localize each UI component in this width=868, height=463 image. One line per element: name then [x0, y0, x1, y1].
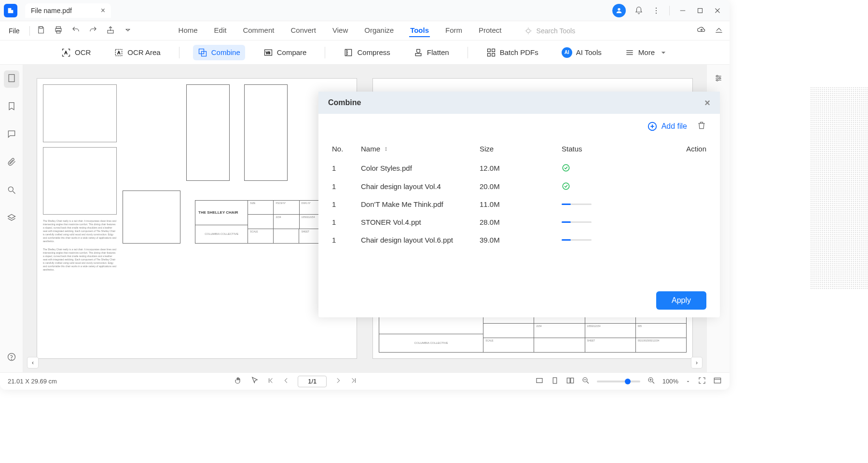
file-menu[interactable]: File	[6, 25, 23, 37]
menu-tools[interactable]: Tools	[409, 24, 430, 37]
svg-rect-50	[567, 378, 570, 383]
add-file-button[interactable]: Add file	[647, 121, 687, 132]
close-window-button[interactable]	[713, 6, 722, 15]
col-status: Status	[562, 145, 673, 153]
notifications-icon[interactable]	[634, 6, 643, 15]
properties-icon[interactable]	[711, 70, 726, 88]
hand-tool-icon[interactable]	[234, 376, 243, 386]
flatten-button[interactable]: Flatten	[409, 45, 454, 60]
share-icon[interactable]	[106, 26, 115, 36]
comments-icon[interactable]	[4, 126, 19, 144]
prev-page-icon[interactable]	[282, 377, 290, 386]
svg-point-3	[656, 13, 657, 14]
svg-point-44	[718, 77, 720, 79]
save-icon[interactable]	[37, 26, 45, 36]
scroll-right-button[interactable]: ›	[691, 357, 703, 368]
table-row[interactable]: 1Chair design layout Vol.6.ppt39.0M	[332, 231, 706, 249]
attachments-icon[interactable]	[4, 154, 19, 172]
svg-point-45	[716, 80, 717, 81]
ocr-area-button[interactable]: A OCR Area	[109, 45, 165, 60]
main-menu: Home Edit Comment Convert View Organize …	[178, 24, 503, 37]
next-page-icon[interactable]	[334, 377, 342, 386]
menu-protect[interactable]: Protect	[478, 24, 503, 37]
close-panel-icon[interactable]: ×	[704, 97, 710, 109]
thumbnails-icon[interactable]	[4, 70, 19, 88]
compress-button[interactable]: Compress	[339, 45, 395, 60]
ocr-button[interactable]: A OCR	[56, 45, 96, 60]
menu-view[interactable]: View	[331, 24, 349, 37]
more-options-icon[interactable]	[652, 6, 661, 15]
zoom-dropdown-icon[interactable]	[685, 379, 691, 384]
svg-rect-28	[487, 49, 490, 52]
sort-icon[interactable]	[383, 146, 389, 152]
ai-tools-button[interactable]: AI AI Tools	[557, 44, 606, 61]
svg-rect-49	[553, 378, 557, 383]
table-row[interactable]: 1Don'T Make Me Think.pdf11.0M	[332, 195, 706, 213]
search-tools[interactable]: Search Tools	[524, 27, 576, 35]
delete-icon[interactable]	[697, 121, 706, 132]
col-action: Action	[673, 145, 706, 153]
page-body-text: The Shelley Chair really is a rad chair.…	[43, 248, 117, 272]
svg-point-36	[8, 187, 13, 191]
compare-button[interactable]: VS Compare	[259, 45, 312, 60]
minimize-button[interactable]	[678, 6, 687, 15]
help-icon[interactable]	[4, 349, 19, 367]
search-icon[interactable]	[4, 182, 19, 200]
maximize-button[interactable]	[696, 6, 704, 15]
menu-convert[interactable]: Convert	[289, 24, 317, 37]
batch-button[interactable]: Batch PDFs	[482, 45, 543, 60]
zoom-slider[interactable]	[597, 381, 640, 382]
page-number-input[interactable]	[298, 376, 327, 387]
drawing-top	[123, 191, 180, 244]
print-icon[interactable]	[54, 26, 63, 36]
fullscreen-icon[interactable]	[698, 376, 706, 386]
more-button[interactable]: More	[620, 45, 673, 60]
close-tab-icon[interactable]: ×	[101, 6, 105, 15]
svg-rect-5	[698, 8, 703, 13]
drawing-side	[244, 84, 288, 181]
zoom-out-icon[interactable]	[581, 376, 590, 386]
panel-title: Combine	[328, 98, 361, 107]
combine-button[interactable]: Combine	[193, 45, 245, 60]
first-page-icon[interactable]	[267, 377, 275, 386]
dropdown-icon[interactable]	[124, 26, 132, 36]
two-page-icon[interactable]	[566, 376, 575, 386]
select-tool-icon[interactable]	[250, 376, 259, 386]
fit-width-icon[interactable]	[535, 376, 544, 386]
svg-point-39	[11, 359, 12, 360]
table-row[interactable]: 1STONER Vol.4.ppt28.0M	[332, 213, 706, 231]
app-logo	[4, 4, 17, 17]
svg-point-64	[563, 164, 569, 171]
svg-rect-31	[492, 53, 495, 56]
menu-comment[interactable]: Comment	[242, 24, 275, 37]
document-tab[interactable]: File name.pdf ×	[25, 3, 111, 18]
collapse-ribbon-icon[interactable]	[714, 25, 724, 37]
table-row[interactable]: 1Color Styles.pdf12.0M	[332, 159, 706, 177]
statusbar: 21.01 X 29.69 cm 100%	[0, 372, 730, 390]
page-1: The Shelley Chair really is a rad chair.…	[37, 78, 357, 359]
menu-form[interactable]: Form	[444, 24, 463, 37]
svg-line-37	[13, 191, 15, 194]
page-dimensions: 21.01 X 29.69 cm	[8, 378, 57, 385]
table-row[interactable]: 1Chair design layout Vol.420.0M	[332, 177, 706, 195]
svg-line-58	[652, 381, 654, 383]
scroll-left-button[interactable]: ‹	[27, 357, 39, 368]
read-mode-icon[interactable]	[713, 376, 722, 386]
svg-text:A: A	[118, 50, 121, 55]
menu-organize[interactable]: Organize	[363, 24, 395, 37]
svg-point-65	[563, 183, 569, 190]
last-page-icon[interactable]	[350, 377, 358, 386]
redo-icon[interactable]	[89, 26, 97, 36]
undo-icon[interactable]	[71, 26, 80, 36]
user-avatar[interactable]	[612, 4, 626, 17]
cloud-icon[interactable]	[697, 25, 706, 37]
menu-home[interactable]: Home	[178, 24, 199, 37]
col-name[interactable]: Name	[361, 145, 480, 153]
bookmarks-icon[interactable]	[4, 98, 19, 116]
apply-button[interactable]: Apply	[656, 291, 706, 310]
menu-edit[interactable]: Edit	[213, 24, 228, 37]
zoom-in-icon[interactable]	[647, 376, 656, 386]
fit-page-icon[interactable]	[551, 376, 559, 386]
drawing-front	[186, 84, 230, 181]
layers-icon[interactable]	[4, 210, 19, 228]
